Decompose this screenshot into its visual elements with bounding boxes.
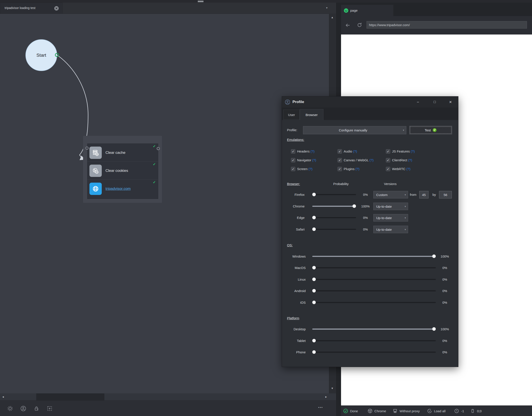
help-link[interactable]: (?) [411, 150, 415, 153]
safari-version-select[interactable]: Up-to-date▾ [373, 226, 408, 233]
help-link[interactable]: (?) [312, 158, 316, 162]
status-timeout[interactable]: -1 [454, 408, 464, 413]
add-selection-icon[interactable] [47, 406, 53, 412]
group-out-port[interactable] [157, 147, 160, 150]
status-coordinates[interactable]: 0;0 [470, 408, 482, 413]
status-browser-engine[interactable]: Chrome [368, 408, 386, 413]
ios-slider[interactable] [312, 302, 436, 303]
clear-cache-icon [89, 147, 102, 159]
tablet-slider[interactable] [312, 340, 436, 341]
slider-thumb[interactable] [312, 350, 316, 354]
tab-close-icon[interactable] [54, 6, 59, 12]
done-check-icon [343, 408, 348, 413]
macos-slider[interactable] [312, 267, 436, 268]
profile-person-icon [285, 99, 290, 105]
group-in-port[interactable] [86, 147, 89, 150]
chrome-icon [368, 408, 372, 413]
canvas-hscrollbar[interactable]: ◄ ► [0, 393, 336, 400]
flow-edge [0, 14, 329, 394]
platform-row-label: Desktop [282, 327, 306, 331]
checkbox-screen[interactable]: ✓ [291, 167, 295, 171]
node-row-clear-cache[interactable]: Clear cache ✓ [87, 144, 158, 162]
edge-version-select[interactable]: Up-to-date▾ [373, 214, 408, 221]
slider-thumb[interactable] [312, 339, 316, 342]
status-load-mode[interactable]: Load all [427, 408, 446, 413]
desktop-slider[interactable] [312, 329, 436, 330]
node-row-navigate[interactable]: tripadvisor.com ✓ [87, 180, 158, 198]
safari-probability-slider[interactable] [312, 229, 356, 230]
firefox-probability-slider[interactable] [312, 194, 356, 195]
scroll-left-icon[interactable]: ◄ [2, 395, 4, 398]
slider-thumb[interactable] [312, 266, 316, 269]
help-link[interactable]: (?) [406, 167, 410, 171]
scroll-down-icon[interactable]: ▼ [331, 387, 333, 390]
scroll-up-icon[interactable]: ▲ [331, 16, 333, 19]
version-by-input[interactable] [439, 191, 452, 199]
help-link[interactable]: (?) [309, 167, 313, 171]
checkbox-canvas-webgl[interactable]: ✓ [338, 158, 342, 162]
script-tab[interactable]: tripadvisor loading test [0, 3, 63, 14]
checkbox-clientrect[interactable]: ✓ [386, 158, 390, 162]
settings-gear-icon[interactable] [7, 406, 13, 412]
minimize-button[interactable]: – [412, 96, 424, 107]
version-from-input[interactable] [419, 191, 428, 199]
page-tab[interactable]: page [341, 5, 393, 16]
checkbox-webrtc[interactable]: ✓ [386, 167, 390, 171]
top-strip-notch [198, 1, 203, 2]
checkbox-label: Navigator [297, 158, 311, 162]
url-input[interactable] [367, 21, 527, 28]
tab-list-caret-icon[interactable]: ▾ [326, 6, 328, 9]
dialog-header[interactable]: Profile – □ ✕ [282, 96, 458, 108]
linux-slider[interactable] [312, 279, 436, 280]
help-link[interactable]: (?) [355, 167, 359, 171]
slider-thumb[interactable] [312, 216, 316, 219]
slider-thumb[interactable] [312, 301, 316, 304]
checkbox-navigator[interactable]: ✓ [291, 158, 295, 162]
probability-value: 0% [357, 192, 374, 197]
checkbox-js-features[interactable]: ✓ [386, 149, 390, 154]
chrome-probability-slider[interactable] [312, 206, 356, 207]
help-link[interactable]: (?) [353, 150, 357, 153]
node-link[interactable]: tripadvisor.com [105, 187, 131, 191]
checkbox-audio[interactable]: ✓ [338, 149, 342, 154]
tab-browser[interactable]: Browser [300, 109, 323, 120]
lock-icon[interactable] [33, 406, 39, 412]
slider-thumb[interactable] [312, 193, 316, 196]
reload-icon[interactable] [356, 22, 362, 29]
windows-slider[interactable] [312, 256, 436, 257]
slider-thumb[interactable] [352, 204, 356, 208]
flow-canvas[interactable]: Start Clear cache [0, 14, 329, 394]
slider-thumb[interactable] [312, 278, 316, 281]
slider-thumb[interactable] [312, 227, 316, 231]
test-button[interactable]: Test ✓ [409, 126, 452, 134]
chrome-version-select[interactable]: Up-to-date▾ [373, 203, 408, 210]
status-proxy[interactable]: Without proxy [393, 408, 420, 413]
hscrollbar-thumb[interactable] [36, 393, 104, 400]
checkbox-headers[interactable]: ✓ [291, 149, 295, 154]
phone-slider[interactable] [312, 352, 436, 353]
edge-probability-slider[interactable] [312, 217, 356, 218]
node-row-clear-cookies[interactable]: Clear cookies ✓ [87, 162, 158, 180]
back-icon[interactable] [345, 22, 351, 29]
os-value: 0% [435, 289, 455, 293]
firefox-version-select[interactable]: Custom▾ [373, 191, 408, 199]
start-node[interactable]: Start [26, 39, 57, 71]
profile-select[interactable]: Configure manually ▾ [303, 126, 406, 134]
tab-user[interactable]: User [283, 110, 300, 120]
profile-user-icon[interactable] [20, 406, 26, 412]
globe-icon [89, 183, 102, 195]
android-slider[interactable] [312, 290, 436, 291]
help-link[interactable]: (?) [408, 158, 412, 162]
close-button[interactable]: ✕ [445, 96, 456, 107]
more-options-icon[interactable]: ••• [318, 406, 323, 409]
help-link[interactable]: (?) [370, 158, 374, 162]
test-ok-icon: ✓ [433, 128, 437, 132]
probability-value: 100% [357, 204, 374, 208]
maximize-button[interactable]: □ [429, 96, 440, 107]
action-group-node[interactable]: Clear cache ✓ [83, 136, 162, 203]
slider-thumb[interactable] [312, 289, 316, 293]
help-link[interactable]: (?) [311, 150, 314, 153]
scroll-right-icon[interactable]: ► [325, 395, 327, 398]
checkbox-plugins[interactable]: ✓ [338, 167, 342, 171]
start-node-out-port[interactable] [55, 53, 59, 57]
